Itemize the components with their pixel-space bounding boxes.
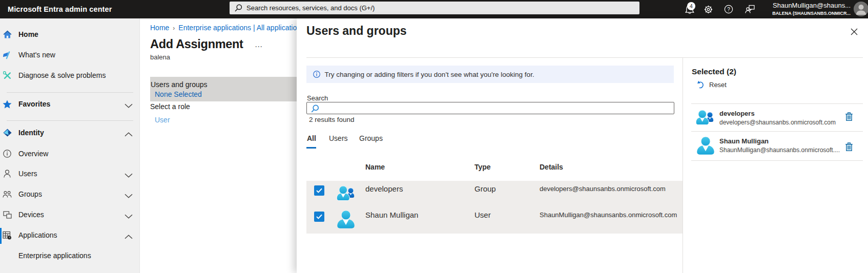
svg-text:?: ? — [727, 7, 730, 12]
